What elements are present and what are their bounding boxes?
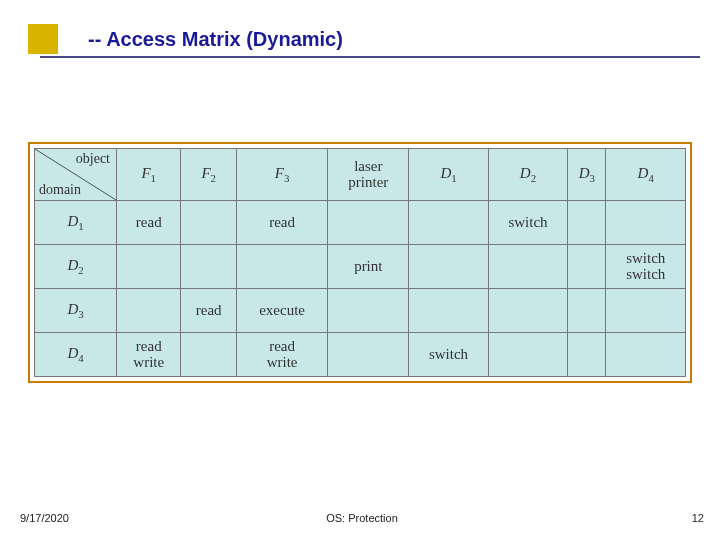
table-row: D2 print switchswitch	[35, 245, 686, 289]
cell: readwrite	[236, 333, 327, 377]
cell	[488, 333, 567, 377]
cell	[568, 289, 606, 333]
cell: switch	[409, 333, 488, 377]
corner-cell: object domain	[35, 149, 117, 201]
cell	[328, 289, 409, 333]
cell	[606, 201, 686, 245]
cell	[328, 201, 409, 245]
row-header: D3	[35, 289, 117, 333]
cell	[606, 333, 686, 377]
col-header: D4	[606, 149, 686, 201]
accent-box	[28, 24, 58, 54]
cell	[409, 245, 488, 289]
cell	[181, 245, 236, 289]
cell: read	[117, 201, 181, 245]
cell	[236, 245, 327, 289]
matrix-header-row: object domain F1 F2 F3 laserprinter D1 D…	[35, 149, 686, 201]
footer-date: 9/17/2020	[20, 512, 69, 524]
cell: execute	[236, 289, 327, 333]
cell	[181, 333, 236, 377]
row-header: D1	[35, 201, 117, 245]
row-header: D4	[35, 333, 117, 377]
cell: readwrite	[117, 333, 181, 377]
cell: switchswitch	[606, 245, 686, 289]
table-row: D4 readwrite readwrite switch	[35, 333, 686, 377]
cell	[117, 245, 181, 289]
row-header: D2	[35, 245, 117, 289]
corner-domain-label: domain	[39, 182, 81, 198]
slide-title: -- Access Matrix (Dynamic)	[88, 28, 343, 51]
cell	[328, 333, 409, 377]
footer-center: OS: Protection	[326, 512, 398, 524]
col-header: D1	[409, 149, 488, 201]
footer-page: 12	[692, 512, 704, 524]
col-header: D2	[488, 149, 567, 201]
table-row: D1 read read switch	[35, 201, 686, 245]
col-header: D3	[568, 149, 606, 201]
cell-text: switchswitch	[608, 251, 683, 283]
cell-text: readwrite	[239, 339, 325, 371]
col-header: F3	[236, 149, 327, 201]
col-header-text: laserprinter	[348, 158, 388, 190]
cell	[568, 245, 606, 289]
cell-text: readwrite	[119, 339, 178, 371]
header-rule	[40, 56, 700, 58]
matrix-table: object domain F1 F2 F3 laserprinter D1 D…	[34, 148, 686, 377]
table-row: D3 read execute	[35, 289, 686, 333]
cell	[568, 201, 606, 245]
cell	[181, 201, 236, 245]
cell	[568, 333, 606, 377]
cell: read	[236, 201, 327, 245]
col-header: F2	[181, 149, 236, 201]
cell	[606, 289, 686, 333]
cell: print	[328, 245, 409, 289]
cell: switch	[488, 201, 567, 245]
cell	[409, 201, 488, 245]
cell	[488, 289, 567, 333]
col-header: F1	[117, 149, 181, 201]
access-matrix-table: object domain F1 F2 F3 laserprinter D1 D…	[28, 142, 692, 383]
col-header: laserprinter	[328, 149, 409, 201]
cell	[409, 289, 488, 333]
cell: read	[181, 289, 236, 333]
cell	[117, 289, 181, 333]
corner-object-label: object	[76, 151, 110, 167]
cell	[488, 245, 567, 289]
